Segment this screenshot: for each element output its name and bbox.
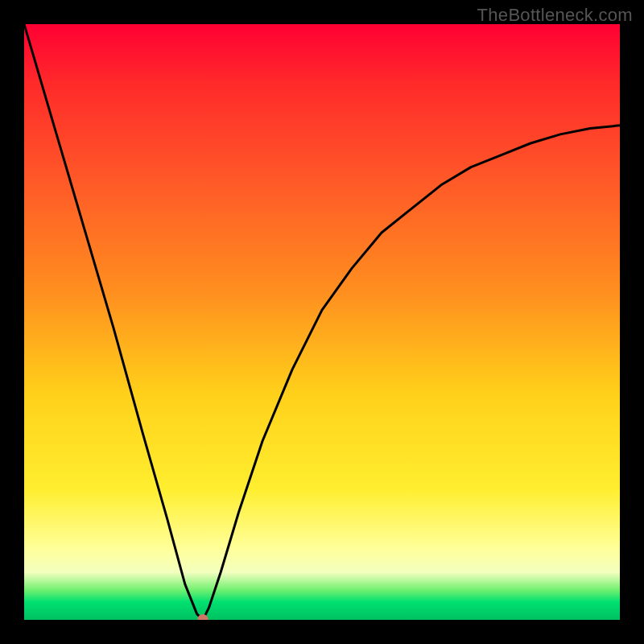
watermark-text: TheBottleneck.com [477, 5, 633, 26]
bottleneck-curve [24, 24, 620, 620]
bottleneck-curve-svg [24, 24, 620, 620]
plot-area [24, 24, 620, 620]
chart-frame: TheBottleneck.com [0, 0, 644, 644]
